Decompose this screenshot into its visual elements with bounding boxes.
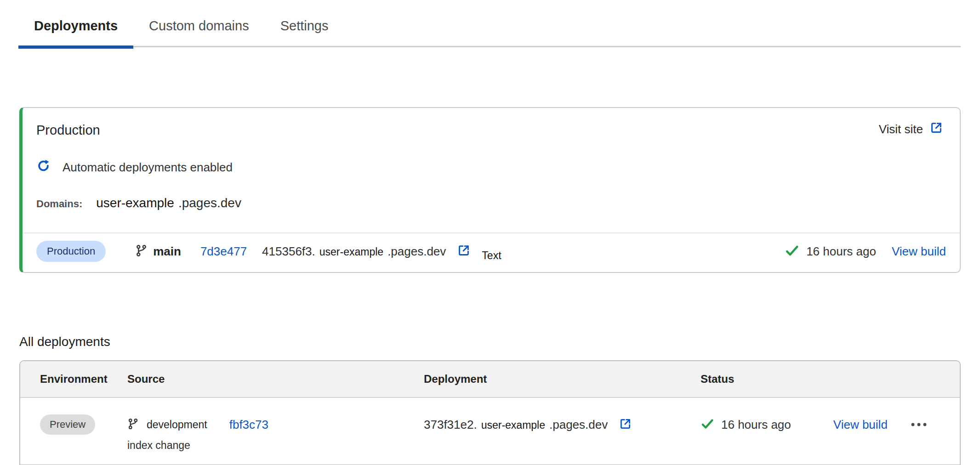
domains-label: Domains: (36, 198, 82, 210)
environment-badge: Production (36, 241, 106, 262)
deployment-url-name: user-example (481, 419, 545, 431)
environment-cell: Preview (40, 414, 127, 435)
tab-settings[interactable]: Settings (265, 17, 344, 46)
table-row: Preview development fbf3c73 index change (20, 398, 960, 464)
status-cell: 16 hours ago View build (701, 414, 943, 435)
column-header-environment: Environment (40, 373, 127, 386)
tab-deployments[interactable]: Deployments (18, 17, 133, 46)
deployment-url-prefix: 415356f3. (262, 244, 315, 259)
overflow-menu-icon[interactable] (910, 421, 928, 428)
check-icon (785, 243, 799, 260)
commit-sha-link[interactable]: 7d3e477 (200, 244, 247, 259)
source-cell: development fbf3c73 index change (127, 414, 424, 452)
external-link-icon[interactable] (619, 417, 632, 432)
domain-name: user-example (96, 196, 174, 210)
deploy-time: 16 hours ago (806, 244, 876, 259)
deployment-url-suffix: .pages.dev (387, 244, 446, 259)
table-header-row: Environment Source Deployment Status (20, 361, 960, 398)
environment-badge: Preview (40, 414, 95, 435)
view-build-link[interactable]: View build (833, 418, 888, 432)
tab-custom-domains[interactable]: Custom domains (133, 17, 265, 46)
deployment-url: 373f31e2. user-example .pages.dev (424, 418, 608, 432)
git-branch-icon (127, 418, 139, 432)
column-header-status: Status (701, 373, 943, 386)
deployments-table: Environment Source Deployment Status Pre… (19, 360, 961, 465)
deployment-url: 415356f3. user-example .pages.dev (262, 244, 446, 259)
deployment-url-name: user-example (319, 246, 383, 258)
branch-name: development (147, 419, 207, 431)
commit-message: index change (127, 438, 424, 452)
tab-bar: Deployments Custom domains Settings (18, 0, 961, 47)
view-build-link[interactable]: View build (892, 244, 946, 259)
deployment-cell: 373f31e2. user-example .pages.dev (424, 414, 701, 435)
refresh-icon (36, 159, 51, 176)
visit-site-label: Visit site (879, 122, 923, 136)
all-deployments-title: All deployments (19, 333, 961, 351)
git-branch-icon (135, 244, 148, 259)
column-header-deployment: Deployment (424, 373, 701, 386)
auto-deployments-text: Automatic deployments enabled (63, 160, 233, 175)
external-link-icon[interactable] (457, 244, 471, 259)
check-icon (701, 417, 714, 432)
deploy-time: 16 hours ago (721, 418, 791, 432)
deployment-url-suffix: .pages.dev (549, 418, 608, 432)
production-card-title: Production (36, 121, 100, 139)
commit-sha-link[interactable]: fbf3c73 (229, 418, 268, 432)
commit-message: Text (482, 250, 501, 262)
external-link-icon (929, 121, 943, 138)
visit-site-link[interactable]: Visit site (879, 121, 943, 138)
deployment-url-prefix: 373f31e2. (424, 418, 477, 432)
domain-suffix: .pages.dev (178, 196, 241, 210)
column-header-source: Source (127, 373, 424, 386)
branch-name: main (153, 244, 181, 259)
production-card: Production Visit site Automa (19, 107, 961, 273)
production-deployment-row: Production main 7d3e477 415356f3. user-e… (23, 233, 960, 272)
